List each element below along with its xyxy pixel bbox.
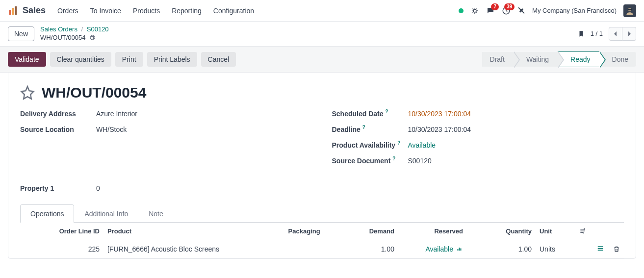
svg-rect-11 [598, 248, 603, 249]
tab-additional-info[interactable]: Additional Info [74, 204, 138, 223]
tab-note[interactable]: Note [138, 204, 174, 223]
tab-operations[interactable]: Operations [20, 204, 74, 223]
label-scheduled-date: Scheduled Date? [332, 110, 408, 118]
breadcrumb-sep: / [81, 25, 83, 33]
svg-rect-12 [598, 250, 603, 251]
value-source-location[interactable]: WH/Stock [96, 126, 127, 133]
messages-icon[interactable]: 7 [486, 6, 495, 15]
value-deadline[interactable]: 10/30/2023 17:00:04 [408, 126, 471, 133]
nav-reporting[interactable]: Reporting [172, 7, 202, 15]
nav-configuration[interactable]: Configuration [213, 7, 254, 15]
cell-quantity[interactable]: 1.00 [467, 240, 536, 258]
svg-rect-2 [15, 6, 17, 15]
right-fields: Scheduled Date? 10/30/2023 17:00:04 Dead… [332, 110, 624, 173]
svg-rect-10 [598, 246, 603, 247]
notebook-tabs: Operations Additional Info Note [20, 204, 624, 223]
col-demand[interactable]: Demand [344, 223, 398, 240]
value-property1[interactable]: 0 [96, 184, 106, 192]
systray: 7 39 My Company (San Francisco) [459, 4, 636, 17]
print-button[interactable]: Print [115, 52, 143, 67]
col-reserved[interactable]: Reserved [398, 223, 467, 240]
nav-products[interactable]: Products [133, 7, 160, 15]
print-labels-button[interactable]: Print Labels [147, 52, 197, 67]
status-waiting[interactable]: Waiting [514, 52, 558, 67]
col-unit[interactable]: Unit [536, 223, 575, 240]
value-product-availability: Available [408, 141, 436, 149]
svg-point-9 [583, 232, 584, 233]
nav-orders[interactable]: Orders [57, 7, 78, 15]
cell-order-line: 225 [40, 240, 103, 258]
top-nav: Sales Orders To Invoice Products Reporti… [0, 0, 644, 22]
pager-text: 1 / 1 [591, 30, 603, 37]
new-button[interactable]: New [8, 26, 34, 41]
record-title: WH/OUT/00054 [42, 84, 146, 101]
action-bar: Validate Clear quantities Print Print La… [0, 46, 644, 73]
value-source-document[interactable]: S00120 [408, 157, 432, 165]
breadcrumb-root[interactable]: Sales Orders [40, 25, 77, 33]
columns-options-icon[interactable] [579, 227, 620, 234]
help-icon[interactable]: ? [362, 125, 365, 130]
detail-lines-icon[interactable] [596, 245, 604, 253]
label-deadline: Deadline? [332, 126, 408, 133]
svg-rect-7 [628, 8, 632, 10]
presence-dot-icon [459, 8, 464, 13]
breadcrumb-record: WH/OUT/00054 [40, 34, 85, 42]
svg-point-3 [473, 9, 476, 12]
help-icon[interactable]: ? [386, 109, 388, 114]
breadcrumb-parent[interactable]: S00120 [87, 25, 109, 33]
left-fields: Delivery Address Azure Interior Source L… [20, 110, 312, 173]
pager-area: 1 / 1 [578, 27, 636, 41]
star-icon[interactable] [20, 85, 35, 100]
col-quantity[interactable]: Quantity [467, 223, 536, 240]
activities-badge: 39 [504, 3, 515, 10]
breadcrumb: Sales Orders / S00120 WH/OUT/00054 [40, 25, 109, 42]
svg-point-8 [584, 229, 585, 230]
cell-reserved: Available [398, 240, 467, 258]
company-switcher[interactable]: My Company (San Francisco) [532, 7, 617, 14]
status-draft[interactable]: Draft [482, 52, 514, 67]
forecast-icon[interactable] [456, 246, 463, 252]
label-delivery-address: Delivery Address [20, 110, 96, 118]
help-icon[interactable]: ? [392, 156, 395, 161]
label-product-availability: Product Availability? [332, 141, 408, 149]
label-source-document: Source Document? [332, 157, 408, 165]
label-source-location: Source Location [20, 126, 96, 133]
svg-rect-1 [12, 8, 14, 15]
clear-quantities-button[interactable]: Clear quantities [50, 52, 111, 67]
col-order-line-id[interactable]: Order Line ID [40, 223, 103, 240]
gear-icon[interactable] [89, 35, 95, 41]
operations-table: Order Line ID Product Packaging Demand R… [20, 223, 624, 258]
cell-demand[interactable]: 1.00 [344, 240, 398, 258]
col-product[interactable]: Product [103, 223, 284, 240]
svg-rect-0 [9, 10, 11, 15]
cell-unit[interactable]: Units [536, 240, 575, 258]
tools-icon[interactable] [517, 7, 525, 15]
table-row[interactable]: 225 [FURN_6666] Acoustic Bloc Screens 1.… [20, 240, 624, 258]
bookmark-icon[interactable] [578, 29, 585, 38]
cell-packaging[interactable] [284, 240, 344, 258]
label-property1: Property 1 [20, 184, 96, 192]
cancel-button[interactable]: Cancel [201, 52, 236, 67]
col-packaging[interactable]: Packaging [284, 223, 344, 240]
status-bar: Draft Waiting Ready Done [482, 51, 636, 67]
delete-row-icon[interactable] [613, 245, 620, 253]
value-delivery-address[interactable]: Azure Interior [96, 110, 137, 118]
cell-product[interactable]: [FURN_6666] Acoustic Bloc Screens [103, 240, 284, 258]
breadcrumb-row: New Sales Orders / S00120 WH/OUT/00054 1… [0, 22, 644, 46]
pager-prev-button[interactable] [609, 27, 622, 41]
form-sheet: WH/OUT/00054 Delivery Address Azure Inte… [8, 73, 636, 259]
nav-to-invoice[interactable]: To Invoice [90, 7, 121, 15]
validate-button[interactable]: Validate [8, 52, 46, 67]
help-icon[interactable]: ? [397, 140, 400, 146]
nav-items: Orders To Invoice Products Reporting Con… [57, 7, 459, 15]
activities-icon[interactable]: 39 [502, 6, 511, 15]
value-scheduled-date[interactable]: 10/30/2023 17:00:04 [408, 110, 471, 118]
app-logo-icon [8, 6, 18, 16]
messages-badge: 7 [491, 3, 499, 10]
pager-next-button[interactable] [622, 27, 636, 41]
debug-icon[interactable] [470, 6, 479, 15]
app-title[interactable]: Sales [23, 5, 46, 16]
user-avatar[interactable] [623, 4, 636, 17]
